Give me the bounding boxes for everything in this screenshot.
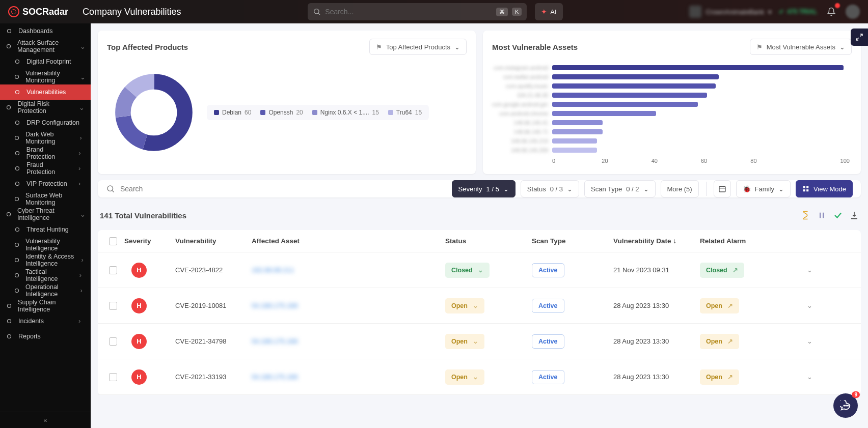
cve-id[interactable]: CVE-2023-4822 (175, 266, 252, 274)
svg-point-12 (16, 182, 19, 186)
col-alarm[interactable]: Related Alarm (700, 237, 807, 245)
filter-more[interactable]: More (5) (661, 180, 699, 197)
sidebar-item-surface-web-monitoring[interactable]: Surface Web Monitoring (0, 191, 91, 207)
affected-asset[interactable]: 54.188.175.168 (252, 302, 445, 309)
sidebar-item-drp-configuration[interactable]: DRP Configuration (0, 115, 91, 130)
table-search-input[interactable] (120, 185, 447, 193)
filter-severity[interactable]: Severity 1 / 5 ⌄ (452, 180, 516, 197)
alarm-pill[interactable]: Open↗ (700, 369, 739, 385)
sidebar-item-tactical-intelligence[interactable]: Tactical Intelligence› (0, 268, 91, 283)
sidebar-item-vulnerability-monitoring[interactable]: Vulnerability Monitoring⌄ (0, 69, 91, 84)
sidebar-item-dashboards[interactable]: Dashboards (0, 23, 91, 39)
chevron-right-icon: › (79, 134, 86, 141)
col-status[interactable]: Status (445, 237, 532, 245)
sidebar-item-identity-access-intelligence[interactable]: Identity & Access Intelligence› (0, 252, 91, 268)
hbar-fill (552, 148, 597, 153)
alarm-pill[interactable]: Open↗ (700, 334, 739, 349)
notifications-button[interactable] (824, 5, 838, 19)
sidebar-item-operational-intelligence[interactable]: Operational Intelligence› (0, 283, 91, 298)
hbar-row: 104.21.48.30 (492, 91, 850, 100)
sidebar-item-attack-surface-management[interactable]: Attack Surface Management⌄ (0, 39, 91, 54)
hbar-label: com.google.android.gms (492, 101, 548, 107)
sci-icon (5, 302, 13, 310)
cve-id[interactable]: CVE-2021-34798 (175, 337, 252, 345)
sidebar-collapse-button[interactable]: « (0, 412, 91, 428)
row-expand-button[interactable]: ⌄ (807, 266, 827, 274)
view-mode-button[interactable]: View Mode (796, 180, 853, 197)
legend-item: Nginx 0.6.X < 1.... 15 (312, 109, 379, 116)
affected-asset[interactable]: 54.188.175.168 (252, 373, 445, 381)
filter-family[interactable]: 🐞 Family ⌄ (736, 180, 791, 197)
dropdown-top-products[interactable]: ⚑ Top Affected Products ⌄ (369, 39, 467, 55)
pause-icon[interactable] (817, 211, 826, 220)
sidebar-item-vulnerability-intelligence[interactable]: Vulnerability Intelligence (0, 237, 91, 252)
alarm-pill[interactable]: Open↗ (700, 298, 739, 313)
global-search[interactable]: ⌘ K (308, 3, 527, 20)
affected-asset[interactable]: 54.188.175.168 (252, 337, 445, 345)
chat-fab[interactable]: 9 (833, 393, 858, 418)
footprint-icon (13, 58, 21, 66)
status-pill[interactable]: Open⌄ (445, 369, 484, 385)
hbar-row: com.twitter.android (492, 72, 850, 81)
table-row: HCVE-2023-4822192.88.99.211Closed⌄Active… (98, 252, 861, 288)
cve-id[interactable]: CVE-2021-33193 (175, 373, 252, 381)
sidebar-item-digital-risk-protection[interactable]: Digital Risk Protection⌄ (0, 100, 91, 115)
select-all-checkbox[interactable] (109, 237, 117, 245)
download-icon[interactable] (850, 211, 859, 220)
col-date[interactable]: Vulnerability Date ↓ (613, 237, 700, 245)
row-checkbox[interactable] (109, 373, 117, 381)
status-pill[interactable]: Open⌄ (445, 298, 484, 313)
status-pill[interactable]: Closed⌄ (445, 263, 490, 278)
sidebar-item-vulnerabilities[interactable]: Vulnerabilities (0, 84, 91, 100)
sidebar-item-incidents[interactable]: Incidents› (0, 313, 91, 329)
external-link-icon: ↗ (727, 337, 733, 345)
alarm-pill[interactable]: Closed↗ (700, 263, 744, 278)
user-avatar[interactable] (846, 5, 860, 19)
row-expand-button[interactable]: ⌄ (807, 302, 827, 309)
sidebar-item-digital-footprint[interactable]: Digital Footprint (0, 54, 91, 69)
sidebar-item-supply-chain-intelligence[interactable]: Supply Chain Intelligence (0, 298, 91, 313)
svg-line-29 (112, 190, 114, 192)
check-icon[interactable] (833, 211, 843, 220)
hbar-row: 148.66.145.41 (492, 118, 850, 127)
row-checkbox[interactable] (109, 337, 117, 346)
logo[interactable]: SOCRadar (8, 6, 68, 17)
hbar-label: 148.66.145.219 (492, 138, 548, 144)
col-vuln[interactable]: Vulnerability (175, 237, 252, 245)
org-switcher[interactable]: CrownAnimateBank ▾ (689, 6, 772, 18)
sidebar-item-label: Fraud Protection (26, 161, 73, 176)
col-scantype[interactable]: Scan Type (532, 237, 613, 245)
col-asset[interactable]: Affected Asset (252, 237, 445, 245)
col-severity[interactable]: Severity (124, 237, 175, 245)
severity-badge: H (131, 334, 147, 349)
filter-scantype[interactable]: Scan Type 0 / 2 ⌄ (584, 180, 656, 197)
cve-id[interactable]: CVE-2019-10081 (175, 302, 252, 309)
global-search-input[interactable] (325, 8, 492, 16)
row-expand-button[interactable]: ⌄ (807, 373, 827, 381)
filter-status[interactable]: Status 0 / 3 ⌄ (521, 180, 579, 197)
filter-scantype-count: 0 / 2 (626, 185, 639, 193)
status-pill[interactable]: Open⌄ (445, 334, 484, 349)
sidebar-item-reports[interactable]: Reports (0, 329, 91, 344)
sidebar-item-cyber-threat-intelligence[interactable]: Cyber Threat Intelligence⌄ (0, 207, 91, 222)
filter-date[interactable] (714, 180, 731, 197)
sidebar-item-vip-protection[interactable]: VIP Protection› (0, 176, 91, 191)
scantype-pill: Active (532, 370, 564, 384)
row-checkbox[interactable] (109, 266, 117, 274)
hourglass-icon[interactable] (801, 211, 810, 220)
row-expand-button[interactable]: ⌄ (807, 337, 827, 345)
expand-panel-button[interactable] (851, 28, 868, 46)
vuln-icon (13, 73, 20, 81)
vuln-date: 28 Aug 2023 13:30 (613, 302, 700, 309)
sidebar-item-fraud-protection[interactable]: Fraud Protection› (0, 161, 91, 176)
ai-button[interactable]: ✦ AI (535, 3, 562, 20)
total-row: 141 Total Vulnerabilities (98, 204, 861, 224)
sidebar-item-threat-hunting[interactable]: Threat Hunting (0, 222, 91, 237)
sidebar-item-dark-web-monitoring[interactable]: Dark Web Monitoring› (0, 130, 91, 146)
hunt-icon (13, 225, 21, 234)
row-checkbox[interactable] (109, 302, 117, 310)
svg-point-2 (8, 30, 11, 33)
dropdown-most-vuln[interactable]: ⚑ Most Vulnerable Assets ⌄ (750, 39, 852, 55)
affected-asset[interactable]: 192.88.99.211 (252, 266, 445, 274)
sidebar-item-brand-protection[interactable]: Brand Protection› (0, 146, 91, 161)
